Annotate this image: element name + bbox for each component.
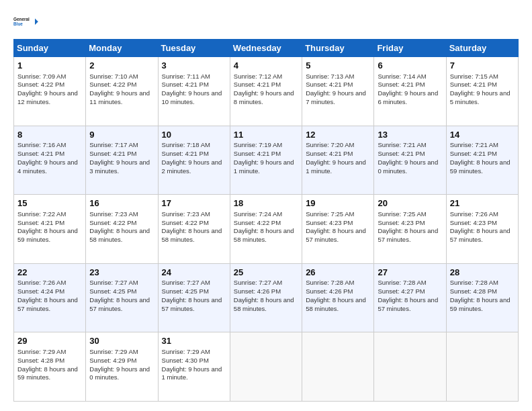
- sunset-label: Sunset: 4:21 PM: [17, 219, 64, 226]
- calendar-cell: 13Sunrise: 7:21 AMSunset: 4:21 PMDayligh…: [374, 126, 446, 195]
- sunset-label: Sunset: 4:26 PM: [234, 287, 281, 295]
- sunrise-label: Sunrise: 7:28 AM: [378, 279, 426, 286]
- sunset-label: Sunset: 4:28 PM: [450, 287, 497, 295]
- sunset-label: Sunset: 4:21 PM: [306, 150, 353, 157]
- sunset-label: Sunset: 4:21 PM: [306, 81, 353, 88]
- calendar-cell: 28Sunrise: 7:28 AMSunset: 4:28 PMDayligh…: [446, 263, 518, 332]
- daylight-label: Daylight: 8 hours and 58 minutes.: [89, 227, 150, 243]
- sunset-label: Sunset: 4:21 PM: [162, 150, 209, 157]
- sunset-label: Sunset: 4:25 PM: [162, 287, 209, 295]
- daylight-label: Daylight: 9 hours and 0 minutes.: [378, 158, 438, 175]
- sunrise-label: Sunrise: 7:19 AM: [234, 141, 282, 148]
- calendar-cell: 5Sunrise: 7:13 AMSunset: 4:21 PMDaylight…: [302, 57, 374, 126]
- calendar-cell: 1Sunrise: 7:09 AMSunset: 4:22 PMDaylight…: [14, 57, 86, 126]
- calendar-cell: 27Sunrise: 7:28 AMSunset: 4:27 PMDayligh…: [374, 263, 446, 332]
- sunrise-label: Sunrise: 7:14 AM: [378, 73, 426, 80]
- day-number: 30: [89, 335, 154, 347]
- calendar-cell: 15Sunrise: 7:22 AMSunset: 4:21 PMDayligh…: [14, 195, 86, 264]
- sunset-label: Sunset: 4:21 PM: [234, 81, 281, 88]
- daylight-label: Daylight: 8 hours and 59 minutes.: [450, 158, 511, 175]
- day-number: 27: [378, 267, 442, 279]
- sunrise-label: Sunrise: 7:29 AM: [17, 348, 66, 355]
- sunset-label: Sunset: 4:22 PM: [234, 219, 281, 226]
- calendar-cell: [374, 332, 446, 402]
- daylight-label: Daylight: 8 hours and 57 minutes.: [378, 227, 438, 243]
- sunset-label: Sunset: 4:22 PM: [162, 219, 209, 226]
- sunrise-label: Sunrise: 7:26 AM: [17, 279, 66, 286]
- calendar-cell: 19Sunrise: 7:25 AMSunset: 4:23 PMDayligh…: [302, 195, 374, 264]
- calendar-cell: 3Sunrise: 7:11 AMSunset: 4:21 PMDaylight…: [158, 57, 230, 126]
- calendar-cell: 18Sunrise: 7:24 AMSunset: 4:22 PMDayligh…: [230, 195, 302, 264]
- sunrise-label: Sunrise: 7:24 AM: [234, 210, 282, 218]
- calendar-cell: 25Sunrise: 7:27 AMSunset: 4:26 PMDayligh…: [230, 263, 302, 332]
- sunrise-label: Sunrise: 7:10 AM: [89, 73, 138, 80]
- sunrise-label: Sunrise: 7:28 AM: [306, 279, 354, 286]
- day-number: 5: [306, 60, 370, 72]
- calendar-cell: 30Sunrise: 7:29 AMSunset: 4:29 PMDayligh…: [86, 332, 158, 402]
- sunset-label: Sunset: 4:22 PM: [89, 81, 136, 88]
- col-header-tuesday: Tuesday: [158, 40, 230, 57]
- sunset-label: Sunset: 4:21 PM: [378, 81, 425, 88]
- day-number: 1: [17, 60, 82, 72]
- sunrise-label: Sunrise: 7:22 AM: [17, 210, 66, 218]
- sunrise-label: Sunrise: 7:29 AM: [89, 348, 138, 355]
- calendar-cell: 17Sunrise: 7:23 AMSunset: 4:22 PMDayligh…: [158, 195, 230, 264]
- daylight-label: Daylight: 8 hours and 57 minutes.: [306, 227, 366, 243]
- sunrise-label: Sunrise: 7:16 AM: [17, 141, 66, 148]
- daylight-label: Daylight: 8 hours and 59 minutes.: [450, 296, 511, 312]
- col-header-thursday: Thursday: [302, 40, 374, 57]
- sunrise-label: Sunrise: 7:25 AM: [378, 210, 426, 218]
- sunrise-label: Sunrise: 7:12 AM: [234, 73, 282, 80]
- sunrise-label: Sunrise: 7:28 AM: [450, 279, 498, 286]
- daylight-label: Daylight: 8 hours and 59 minutes.: [17, 227, 78, 243]
- sunrise-label: Sunrise: 7:26 AM: [450, 210, 498, 218]
- daylight-label: Daylight: 8 hours and 57 minutes.: [378, 296, 438, 312]
- day-number: 26: [306, 267, 370, 279]
- daylight-label: Daylight: 8 hours and 59 minutes.: [17, 365, 78, 381]
- sunrise-label: Sunrise: 7:29 AM: [162, 348, 210, 355]
- daylight-label: Daylight: 9 hours and 10 minutes.: [162, 89, 222, 105]
- calendar-cell: [230, 332, 302, 402]
- calendar-cell: 29Sunrise: 7:29 AMSunset: 4:28 PMDayligh…: [14, 332, 86, 402]
- day-number: 7: [450, 60, 515, 72]
- day-number: 10: [162, 129, 226, 141]
- sunrise-label: Sunrise: 7:17 AM: [89, 141, 138, 148]
- calendar-week-row: 15Sunrise: 7:22 AMSunset: 4:21 PMDayligh…: [14, 195, 519, 264]
- day-number: 22: [17, 267, 82, 279]
- day-number: 24: [162, 267, 226, 279]
- sunset-label: Sunset: 4:29 PM: [89, 357, 136, 364]
- sunrise-label: Sunrise: 7:25 AM: [306, 210, 354, 218]
- day-number: 12: [306, 129, 370, 141]
- svg-marker-2: [35, 18, 38, 25]
- daylight-label: Daylight: 8 hours and 58 minutes.: [234, 227, 294, 243]
- calendar-cell: 6Sunrise: 7:14 AMSunset: 4:21 PMDaylight…: [374, 57, 446, 126]
- sunrise-label: Sunrise: 7:21 AM: [378, 141, 426, 148]
- sunset-label: Sunset: 4:26 PM: [306, 287, 353, 295]
- day-number: 28: [450, 267, 515, 279]
- day-number: 8: [17, 129, 82, 141]
- calendar-cell: 8Sunrise: 7:16 AMSunset: 4:21 PMDaylight…: [14, 126, 86, 195]
- sunset-label: Sunset: 4:21 PM: [162, 81, 209, 88]
- sunset-label: Sunset: 4:22 PM: [89, 219, 136, 226]
- day-number: 17: [162, 197, 226, 210]
- day-number: 3: [162, 60, 226, 72]
- daylight-label: Daylight: 9 hours and 1 minute.: [162, 365, 222, 381]
- calendar-week-row: 22Sunrise: 7:26 AMSunset: 4:24 PMDayligh…: [14, 263, 519, 332]
- sunrise-label: Sunrise: 7:18 AM: [162, 141, 210, 148]
- day-number: 25: [234, 267, 298, 279]
- svg-text:Blue: Blue: [13, 21, 23, 26]
- daylight-label: Daylight: 9 hours and 7 minutes.: [306, 89, 366, 105]
- daylight-label: Daylight: 9 hours and 11 minutes.: [89, 89, 150, 105]
- day-number: 21: [450, 197, 515, 210]
- day-number: 29: [17, 335, 82, 347]
- sunrise-label: Sunrise: 7:23 AM: [89, 210, 138, 218]
- sunset-label: Sunset: 4:21 PM: [89, 150, 136, 157]
- sunrise-label: Sunrise: 7:15 AM: [450, 73, 498, 80]
- day-number: 4: [234, 60, 298, 72]
- daylight-label: Daylight: 8 hours and 57 minutes.: [162, 296, 222, 312]
- sunset-label: Sunset: 4:28 PM: [17, 357, 64, 364]
- calendar-cell: 2Sunrise: 7:10 AMSunset: 4:22 PMDaylight…: [86, 57, 158, 126]
- daylight-label: Daylight: 9 hours and 1 minute.: [306, 158, 366, 175]
- logo-svg: General Blue: [13, 12, 39, 32]
- sunrise-label: Sunrise: 7:21 AM: [450, 141, 498, 148]
